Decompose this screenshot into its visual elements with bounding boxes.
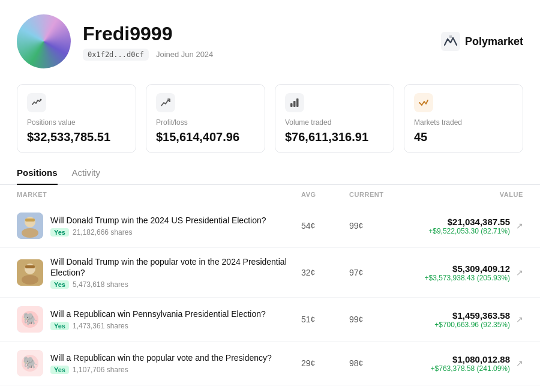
market-thumb-3: 🐘 — [17, 306, 43, 333]
markets-traded-label: Markets traded — [414, 118, 513, 127]
profit-loss-label: Profit/loss — [156, 118, 255, 127]
tab-positions[interactable]: Positions — [17, 167, 58, 185]
positions-value-label: Positions value — [27, 118, 126, 127]
table-row: Will Donald Trump win the popular vote i… — [0, 248, 540, 298]
shares-3: 1,473,361 shares — [73, 322, 128, 330]
join-date: Joined Jun 2024 — [156, 50, 213, 59]
profit-loss-icon — [156, 93, 175, 112]
user-meta: 0x1f2d...d0cf Joined Jun 2024 — [83, 49, 213, 61]
svg-rect-12 — [25, 265, 35, 268]
value-cell-2: $5,309,409.12 +$3,573,938.43 (205.93%) ↗ — [403, 264, 523, 282]
table-row: 🐘 Will a Republican win the popular vote… — [0, 342, 540, 385]
current-2: 97¢ — [349, 268, 403, 277]
wallet-address: 0x1f2d...d0cf — [83, 49, 149, 61]
header-left: Fredi9999 0x1f2d...d0cf Joined Jun 2024 — [17, 14, 213, 68]
market-info-2: Will Donald Trump win the popular vote i… — [50, 256, 301, 289]
svg-point-11 — [22, 275, 38, 285]
market-sub-1: Yes 21,182,666 shares — [50, 228, 266, 237]
value-main-3: $1,459,363.58 — [452, 310, 510, 321]
current-3: 99¢ — [349, 315, 403, 324]
svg-point-1 — [40, 99, 42, 101]
market-cell-1: Will Donald Trump win the 2024 US Presid… — [17, 213, 301, 239]
svg-rect-4 — [296, 98, 299, 107]
market-cell-4: 🐘 Will a Republican win the popular vote… — [17, 350, 301, 376]
avatar — [17, 14, 71, 68]
table-row: 🐘 Will a Republican win Pennsylvania Pre… — [0, 298, 540, 342]
market-name-2: Will Donald Trump win the popular vote i… — [50, 256, 301, 278]
col-market: MARKET — [17, 191, 301, 198]
header: Fredi9999 0x1f2d...d0cf Joined Jun 2024 … — [0, 0, 540, 78]
current-4: 98¢ — [349, 358, 403, 368]
col-current: CURRENT — [349, 191, 403, 198]
value-nums-2: $5,309,409.12 +$3,573,938.43 (205.93%) — [425, 264, 510, 282]
volume-traded-label: Volume traded — [285, 118, 384, 127]
positions-value-icon — [27, 93, 46, 112]
tabs-row: Positions Activity — [0, 167, 540, 185]
value-cell-1: $21,034,387.55 +$9,522,053.30 (82.71%) ↗ — [403, 217, 523, 235]
col-value: VALUE — [403, 191, 523, 198]
table-header: MARKET AVG CURRENT VALUE — [0, 185, 540, 204]
yes-badge-1: Yes — [50, 228, 69, 237]
value-gain-1: +$9,522,053.30 (82.71%) — [428, 227, 510, 235]
positions-list: Will Donald Trump win the 2024 US Presid… — [0, 204, 540, 385]
yes-badge-3: Yes — [50, 322, 69, 330]
stat-card-positions-value: Positions value $32,533,785.51 — [17, 84, 136, 153]
market-cell-3: 🐘 Will a Republican win Pennsylvania Pre… — [17, 306, 301, 333]
current-1: 99¢ — [349, 221, 403, 231]
shares-4: 1,107,706 shares — [73, 366, 128, 374]
value-main-4: $1,080,012.88 — [452, 354, 510, 364]
market-thumb-2 — [17, 259, 43, 286]
avg-3: 51¢ — [301, 315, 349, 324]
share-icon-4[interactable]: ↗ — [516, 358, 523, 368]
market-sub-2: Yes 5,473,618 shares — [50, 280, 301, 289]
svg-text:🐘: 🐘 — [23, 312, 38, 326]
tab-activity[interactable]: Activity — [72, 167, 101, 185]
market-thumb-4: 🐘 — [17, 350, 43, 376]
value-main-2: $5,309,409.12 — [452, 264, 510, 274]
share-icon-2[interactable]: ↗ — [516, 268, 523, 277]
value-cell-4: $1,080,012.88 +$763,378.58 (241.09%) ↗ — [403, 354, 523, 373]
share-icon-1[interactable]: ↗ — [516, 221, 523, 231]
share-icon-3[interactable]: ↗ — [516, 315, 523, 324]
user-info: Fredi9999 0x1f2d...d0cf Joined Jun 2024 — [83, 23, 213, 61]
svg-rect-2 — [290, 103, 293, 107]
shares-1: 21,182,666 shares — [73, 228, 132, 237]
username: Fredi9999 — [83, 23, 213, 45]
value-gain-3: +$700,663.96 (92.35%) — [434, 321, 510, 329]
market-info-1: Will Donald Trump win the 2024 US Presid… — [50, 215, 266, 237]
value-nums-4: $1,080,012.88 +$763,378.58 (241.09%) — [431, 354, 510, 373]
logo-text: Polymarket — [465, 35, 523, 48]
market-name-1: Will Donald Trump win the 2024 US Presid… — [50, 215, 266, 226]
value-nums-3: $1,459,363.58 +$700,663.96 (92.35%) — [434, 310, 510, 329]
market-thumb-1 — [17, 213, 43, 239]
market-info-3: Will a Republican win Pennsylvania Presi… — [50, 309, 266, 330]
avg-1: 54¢ — [301, 221, 349, 231]
stat-card-markets-traded: Markets traded 45 — [404, 84, 523, 153]
polymarket-logo-icon — [441, 32, 460, 51]
yes-badge-2: Yes — [50, 280, 69, 289]
volume-traded-value: $76,611,316.91 — [285, 130, 384, 144]
market-cell-2: Will Donald Trump win the popular vote i… — [17, 256, 301, 289]
table-row: Will Donald Trump win the 2024 US Presid… — [0, 204, 540, 248]
svg-point-7 — [22, 228, 38, 238]
value-cell-3: $1,459,363.58 +$700,663.96 (92.35%) ↗ — [403, 310, 523, 329]
value-nums-1: $21,034,387.55 +$9,522,053.30 (82.71%) — [428, 217, 510, 235]
yes-badge-4: Yes — [50, 366, 69, 374]
avg-2: 32¢ — [301, 268, 349, 277]
market-sub-3: Yes 1,473,361 shares — [50, 322, 266, 330]
market-info-4: Will a Republican win the popular vote a… — [50, 352, 272, 374]
svg-point-6 — [25, 217, 35, 228]
market-name-3: Will a Republican win Pennsylvania Presi… — [50, 309, 266, 319]
svg-rect-8 — [25, 219, 35, 222]
svg-rect-3 — [293, 101, 296, 107]
logo-area: Polymarket — [441, 32, 523, 51]
svg-text:🐘: 🐘 — [23, 355, 38, 370]
svg-point-10 — [25, 264, 35, 274]
volume-traded-icon — [285, 93, 304, 112]
profit-loss-value: $15,614,407.96 — [156, 130, 255, 144]
value-main-1: $21,034,387.55 — [448, 217, 510, 227]
market-sub-4: Yes 1,107,706 shares — [50, 366, 272, 374]
stat-card-profit-loss: Profit/loss $15,614,407.96 — [146, 84, 265, 153]
value-gain-4: +$763,378.58 (241.09%) — [431, 364, 510, 373]
stats-row: Positions value $32,533,785.51 Profit/lo… — [0, 78, 540, 167]
